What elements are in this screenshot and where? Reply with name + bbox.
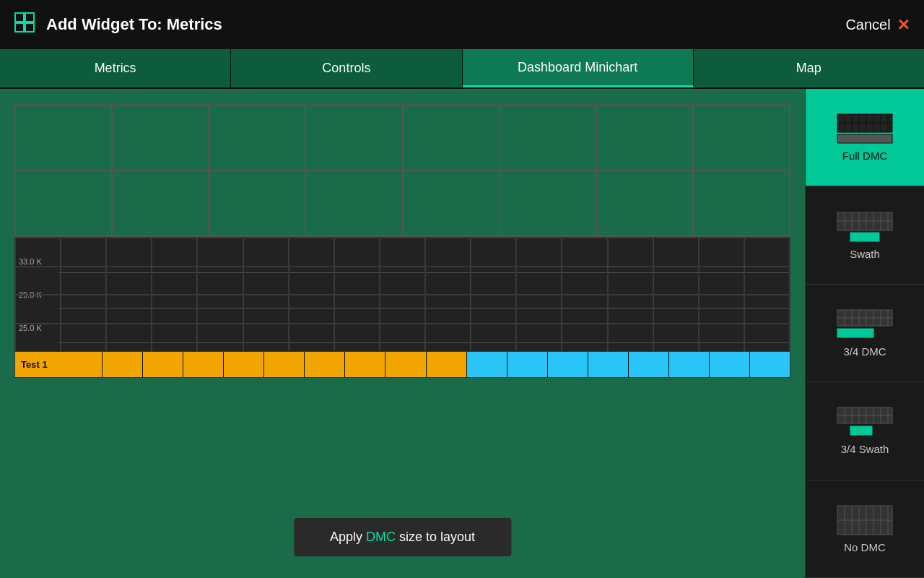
chart-cell [744,324,790,353]
apply-button[interactable]: Apply DMC size to layout [294,518,511,556]
bar-block-orange [304,352,344,377]
sidebar-item-full-dmc[interactable]: Full DMC [806,89,924,186]
chart-cell [471,238,516,267]
svg-rect-3 [25,23,34,32]
chart-cell [15,295,61,324]
three-quarter-dmc-icon [836,309,894,341]
svg-rect-23 [850,233,879,241]
chart-cell [653,238,699,267]
svg-rect-1 [25,13,34,22]
sidebar-item-swath[interactable]: Swath [806,186,924,284]
chart-cell [608,324,653,353]
chart-cell [425,267,471,296]
sidebar-label-swath: Swath [850,248,880,260]
cancel-icon: × [898,14,910,35]
chart-cell [106,324,152,353]
chart-cell [425,238,471,267]
chart-cell [608,295,653,324]
chart-cell [425,295,471,324]
grid-cell [693,104,790,171]
sidebar-item-no-dmc[interactable]: No DMC [806,480,924,578]
chart-cell [608,267,653,296]
chart-cell [471,324,516,353]
sidebar-label-no-dmc: No DMC [844,541,886,553]
svg-rect-13 [837,134,892,143]
chart-cell [516,238,562,267]
chart-cell [699,295,744,324]
grid-cell [305,171,402,237]
bar-block-blue [466,352,507,377]
bar-block-blue [668,352,709,377]
chart-cell [106,295,152,324]
sidebar-item-three-quarter-dmc[interactable]: 3/4 DMC [806,285,924,382]
tab-dashboard-minichart[interactable]: Dashboard Minichart [463,49,694,87]
chart-cell [243,238,289,267]
series-label: Test 1 [15,352,102,377]
grid-cell [209,104,305,171]
chart-cell [562,324,607,353]
chart-cell [562,238,607,267]
chart-cell [289,295,334,324]
chart-cell [334,295,380,324]
chart-cell [699,324,744,353]
tab-map[interactable]: Map [694,49,924,87]
chart-cell [516,295,562,324]
chart-cell [562,267,607,296]
sidebar-item-three-quarter-swath[interactable]: 3/4 Swath [806,382,924,480]
chart-cell [15,267,61,296]
chart-cell [243,324,289,353]
chart-cell [653,295,699,324]
bar-block-orange [102,352,142,377]
tab-bar: Metrics Controls Dashboard Minichart Map [0,49,924,89]
full-dmc-icon [836,113,894,145]
chart-cell [197,238,243,267]
chart-cell [608,238,653,267]
chart-cell [744,267,790,296]
bar-block-blue [749,352,790,377]
bar-block-orange [263,352,304,377]
chart-cell [334,267,380,296]
grid-preview [14,103,790,237]
chart-cell [152,267,197,296]
header-left: Add Widget To: Metrics [14,12,222,37]
chart-cell [61,324,106,353]
chart-cell [380,267,425,296]
sidebar-label-three-quarter-dmc: 3/4 DMC [843,345,886,358]
sidebar: Full DMC Swath [805,89,924,578]
grid-cell [305,104,402,171]
chart-area: 33.0 K 29.0 K 25.0 K [14,237,790,378]
chart-cell [106,267,152,296]
chart-cell [61,267,106,296]
tab-metrics[interactable]: Metrics [0,49,231,87]
grid-cell [693,171,790,237]
chart-cell [152,295,197,324]
grid-icon [14,12,36,37]
chart-cell [152,238,197,267]
sidebar-label-full-dmc: Full DMC [842,150,888,162]
bar-block-orange [183,352,223,377]
chart-grid [15,238,790,352]
chart-cell [334,324,380,353]
canvas-area: 33.0 K 29.0 K 25.0 K [0,89,805,578]
bar-block-blue [507,352,547,377]
chart-cell [61,238,106,267]
grid-cell [596,104,693,171]
cancel-button[interactable]: Cancel × [845,14,910,35]
tab-controls[interactable]: Controls [231,49,462,87]
chart-cell [699,238,744,267]
chart-cell [380,238,425,267]
chart-cell [653,324,699,353]
bar-block-orange [142,352,183,377]
chart-cell [744,295,790,324]
grid-cell [500,171,596,237]
chart-cell [15,238,61,267]
chart-cell [243,295,289,324]
grid-cell [112,104,209,171]
chart-cell [471,295,516,324]
grid-cell [403,104,500,171]
no-dmc-icon [836,504,894,537]
chart-cell [197,295,243,324]
chart-cell [152,324,197,353]
chart-cell [61,295,106,324]
bar-block-blue [547,352,588,377]
